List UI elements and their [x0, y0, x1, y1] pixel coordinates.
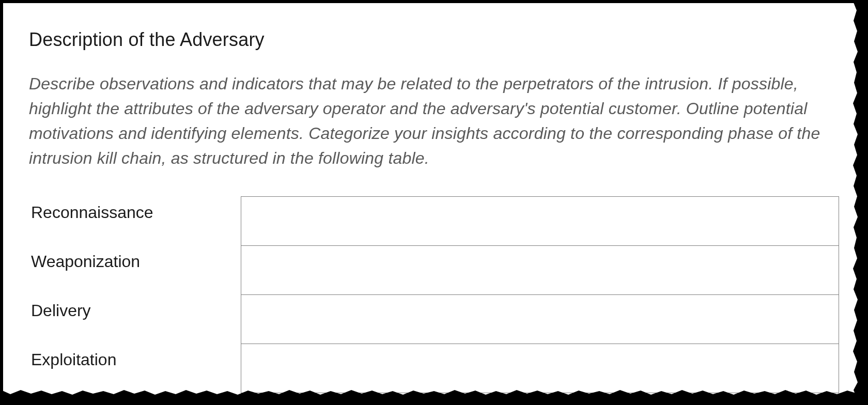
phase-input-cell-exploitation — [241, 344, 839, 393]
phase-input-cell-reconnaissance — [241, 197, 839, 246]
phase-input-delivery[interactable] — [246, 298, 834, 315]
section-heading: Description of the Adversary — [29, 29, 839, 51]
phase-input-cell-weaponization — [241, 246, 839, 295]
table-row: Weaponization — [29, 246, 839, 295]
section-description: Describe observations and indicators tha… — [29, 71, 839, 170]
kill-chain-table: Reconnaissance Weaponization Delivery Ex… — [29, 196, 839, 393]
table-row: Reconnaissance — [29, 197, 839, 246]
phase-input-reconnaissance[interactable] — [246, 200, 834, 216]
phase-label-exploitation: Exploitation — [29, 344, 241, 393]
phase-label-reconnaissance: Reconnaissance — [29, 197, 241, 246]
table-row: Delivery — [29, 295, 839, 344]
phase-input-weaponization[interactable] — [246, 249, 834, 266]
phase-label-weaponization: Weaponization — [29, 246, 241, 295]
phase-label-delivery: Delivery — [29, 295, 241, 344]
table-row: Exploitation — [29, 344, 839, 393]
document-page: Description of the Adversary Describe ob… — [0, 0, 868, 405]
phase-input-exploitation[interactable] — [246, 347, 834, 364]
phase-input-cell-delivery — [241, 295, 839, 344]
